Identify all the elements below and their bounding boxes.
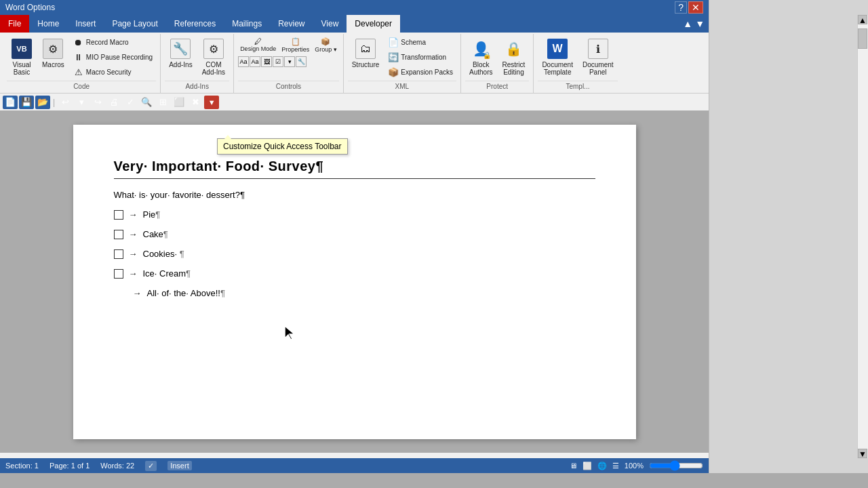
scroll-thumb[interactable] [858,28,867,49]
qa-spellcheck-btn[interactable]: ✓ [123,96,138,109]
templates-group-content: W Document Template ℹ Document Panel [538,35,617,79]
scroll-down-btn[interactable]: ▼ [858,449,867,458]
protect-group-label: Protect [465,81,529,92]
right-panel: ▲ ▼ [709,0,868,473]
tab-insert[interactable]: Insert [67,15,104,33]
group-btn[interactable]: 📦 Group ▾ [313,35,339,55]
help-btn[interactable]: ? [675,1,687,14]
ribbon-group-templates: W Document Template ℹ Document Panel Tem… [534,34,621,93]
qa-research-btn[interactable]: 🔍 [139,96,154,109]
tooltip-arrow [224,135,231,139]
qa-table-btn[interactable]: ⊞ [155,96,170,109]
block-authors-btn[interactable]: 👤 🔒 Block Authors [465,35,496,79]
tab-references[interactable]: References [166,15,224,33]
close-btn[interactable]: ✕ [688,1,703,14]
status-outline-btn[interactable]: ☰ [612,462,619,470]
zoom-slider[interactable] [649,460,703,471]
qa-print-preview-btn[interactable]: 🖨 [106,96,121,109]
group-label: Group ▾ [315,46,337,53]
properties-icon: 📋 [291,37,300,46]
qa-open-btn[interactable]: 📂 [35,96,50,109]
doc-item-pie: → Pie¶ [114,209,595,220]
addins-icon: 🔧 [170,38,191,60]
visual-basic-label2: Basic [14,68,30,76]
right-scrollbar[interactable]: ▲ ▼ [857,15,868,458]
macros-btn[interactable]: ⚙ Macros [38,35,68,71]
ctrl-check-btn[interactable]: ☑ [273,56,283,67]
doc-template-label2: Template [544,68,572,76]
macro-security-btn[interactable]: ⚠ Macro Security [70,65,156,79]
status-mode: Insert [167,461,192,470]
qa-save-btn[interactable]: 💾 [19,96,34,109]
checkbox-pie[interactable] [114,210,123,220]
macros-icon: ⚙ [42,38,64,60]
ribbon-up-btn[interactable]: ▲ [683,18,692,29]
doc-page[interactable]: Very· Important· Food· Survey¶ What· is·… [73,125,636,439]
com-addins-label2: Add-Ins [202,68,225,76]
restrict-editing-btn[interactable]: 🔒 Restrict Editing [498,35,529,79]
com-addins-icon: ⚙ [203,38,224,60]
doc-item-all: → All· of· the· Above!!¶ [114,288,595,298]
svg-marker-0 [285,326,294,340]
controls-group-content: 🖊 Design Mode 📋 Properties 📦 Group ▾ [238,35,339,79]
title-bar-title: Word Options [5,3,675,12]
qa-borders-btn[interactable]: ⬜ [172,96,186,109]
com-addins-btn[interactable]: ⚙ COM Add-Ins [198,35,229,79]
doc-template-btn[interactable]: W Document Template [538,35,577,79]
addins-group-content: 🔧 Add-Ins ⚙ COM Add-Ins [165,35,229,79]
visual-basic-label: Visual [12,61,31,68]
design-mode-btn[interactable]: 🖊 Design Mode [238,35,278,55]
qa-new-btn[interactable]: 📄 [3,96,18,109]
record-macro-btn[interactable]: ⏺ Record Macro [70,35,156,49]
ctrl-aa-btn[interactable]: Aa [238,56,249,67]
status-layout-btn[interactable]: 🖥 [570,462,577,470]
qa-cancel-btn[interactable]: ✖ [188,96,203,109]
ctrl-legacy-btn[interactable]: 🔧 [296,56,307,67]
scroll-up-btn[interactable]: ▲ [858,15,867,24]
visual-basic-btn[interactable]: VB Visual Basic [7,35,37,79]
tab-file[interactable]: File [0,15,29,33]
tab-developer[interactable]: Developer [347,15,400,33]
transformation-btn[interactable]: 🔄 Transformation [384,50,456,64]
ctrl-combo-btn[interactable]: ▾ [284,56,295,67]
status-fullscreen-btn[interactable]: ⬜ [583,462,592,470]
properties-btn[interactable]: 📋 Properties [279,35,311,55]
checkbox-cake[interactable] [114,230,123,239]
status-check[interactable]: ✓ [145,461,157,471]
structure-label: Structure [352,61,380,68]
pause-icon: ⏸ [73,52,84,62]
tab-page-layout[interactable]: Page Layout [104,15,165,33]
ctrl-aa2-btn[interactable]: Aa [250,56,260,67]
templates-group-label: Templ... [538,81,617,92]
addins-group-label: Add-Ins [165,81,229,92]
checkbox-cookies[interactable] [114,249,123,259]
ribbon-down-btn[interactable]: ▼ [695,18,705,29]
controls-row2: Aa Aa 🖼 ☑ ▾ 🔧 [238,56,339,67]
record-macro-label: Record Macro [86,39,129,46]
qa-redo-btn[interactable]: ↪ [90,96,105,109]
status-web-btn[interactable]: 🌐 [597,462,607,470]
qa-undo-arrow-btn[interactable]: ▾ [74,96,89,109]
doc-panel-icon: ℹ [587,38,609,60]
ctrl-img-btn[interactable]: 🖼 [261,56,272,67]
expansion-packs-btn[interactable]: 📦 Expansion Packs [384,65,456,79]
qa-customize-btn[interactable]: ▼ [204,96,219,109]
tab-home[interactable]: Home [29,15,67,33]
code-small-btns: ⏺ Record Macro ⏸ MIO Pause Recording ⚠ M… [70,35,156,79]
group-icon: 📦 [321,37,330,46]
restrict-editing-icon: 🔒 [502,38,524,60]
tab-mailings[interactable]: Mailings [224,15,270,33]
tab-review[interactable]: Review [270,15,313,33]
structure-btn[interactable]: 🗂 Structure [348,35,384,71]
doc-panel-btn[interactable]: ℹ Document Panel [578,35,618,79]
schema-btn[interactable]: 📄 Schema [384,35,456,49]
qa-undo-btn[interactable]: ↩ [58,96,73,109]
pause-recording-label: MIO Pause Recording [86,54,153,61]
pause-recording-btn[interactable]: ⏸ MIO Pause Recording [70,50,156,64]
tab-view[interactable]: View [313,15,347,33]
addins-btn[interactable]: 🔧 Add-Ins [165,35,196,71]
addins-label: Add-Ins [169,61,192,68]
schema-icon: 📄 [388,37,399,47]
checkbox-icecream[interactable] [114,269,123,279]
arrow-cake: → [129,229,138,239]
